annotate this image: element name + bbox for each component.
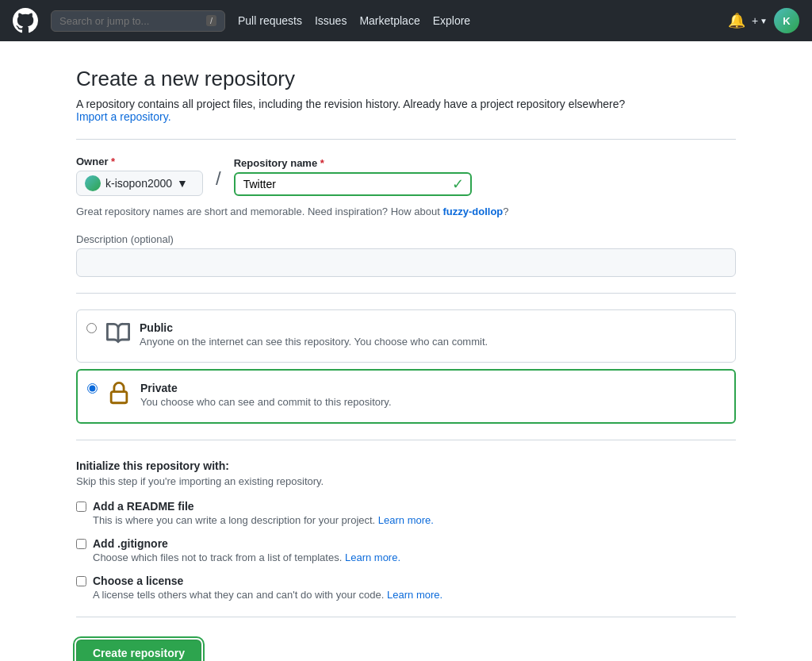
gitignore-desc: Choose which files not to track from a l… [93, 551, 400, 563]
owner-chevron-icon: ▼ [177, 177, 188, 190]
gitignore-checkbox[interactable] [76, 539, 86, 549]
page-subtitle: A repository contains all project files,… [76, 98, 736, 123]
nav-explore[interactable]: Explore [433, 14, 470, 27]
import-repo-link[interactable]: Import a repository. [76, 110, 171, 123]
public-desc: Anyone on the internet can see this repo… [140, 336, 488, 348]
public-radio[interactable] [86, 323, 97, 333]
private-radio[interactable] [87, 383, 98, 394]
private-option[interactable]: Private You choose who can see and commi… [76, 369, 736, 424]
owner-avatar-icon [85, 175, 101, 191]
divider-4 [76, 617, 736, 617]
separator: / [216, 167, 221, 196]
gitignore-option: Add .gitignore Choose which files not to… [76, 537, 736, 563]
init-title: Initialize this repository with: [76, 459, 736, 472]
repo-name-label: Repository name * [234, 157, 472, 169]
page-title: Create a new repository [76, 67, 736, 91]
private-title: Private [140, 382, 392, 394]
initialize-section: Initialize this repository with: Skip th… [76, 459, 736, 601]
create-menu-button[interactable]: + ▼ [752, 14, 768, 27]
avatar[interactable]: K [774, 8, 799, 33]
github-logo-icon[interactable] [13, 8, 38, 33]
owner-label: Owner * [76, 156, 203, 167]
search-bar[interactable]: / [51, 10, 225, 32]
divider-3 [76, 440, 736, 440]
book-icon [106, 321, 130, 351]
owner-select[interactable]: k-isopon2000 ▼ [76, 171, 203, 196]
public-title: Public [140, 321, 488, 334]
readme-learn-more[interactable]: Learn more. [378, 514, 434, 526]
visibility-section: Public Anyone on the internet can see th… [76, 309, 736, 424]
navbar-right: 🔔 + ▼ K [728, 8, 799, 33]
main-content: Create a new repository A repository con… [57, 41, 755, 661]
license-title: Choose a license [93, 575, 442, 587]
owner-group: Owner * k-isopon2000 ▼ [76, 156, 203, 196]
readme-title: Add a README file [93, 500, 434, 513]
suggestion-text: Great repository names are short and mem… [76, 206, 736, 217]
readme-checkbox[interactable] [76, 502, 86, 512]
private-desc: You choose who can see and commit to thi… [140, 396, 392, 408]
repo-name-valid-icon: ✓ [452, 175, 464, 193]
divider-1 [76, 139, 736, 140]
readme-option: Add a README file This is where you can … [76, 500, 736, 526]
private-content: Private You choose who can see and commi… [140, 382, 392, 408]
readme-desc: This is where you can write a long descr… [93, 514, 434, 526]
description-group: Description (optional) [76, 233, 736, 277]
navbar: / Pull requests Issues Marketplace Explo… [0, 0, 812, 41]
nav-links: Pull requests Issues Marketplace Explore [238, 14, 470, 27]
description-label: Description (optional) [76, 233, 736, 245]
readme-label[interactable]: Add a README file This is where you can … [76, 500, 736, 526]
license-learn-more[interactable]: Learn more. [387, 589, 442, 601]
nav-issues[interactable]: Issues [315, 14, 347, 27]
public-option[interactable]: Public Anyone on the internet can see th… [76, 309, 736, 363]
repo-name-wrapper: ✓ [234, 172, 472, 196]
divider-2 [76, 293, 736, 294]
public-content: Public Anyone on the internet can see th… [140, 321, 488, 348]
license-desc: A license tells others what they can and… [93, 589, 442, 601]
nav-pull-requests[interactable]: Pull requests [238, 14, 302, 27]
license-label[interactable]: Choose a license A license tells others … [76, 575, 736, 601]
lock-icon [107, 382, 131, 411]
suggestion-link[interactable]: fuzzy-dollop [442, 206, 503, 217]
search-input[interactable] [59, 15, 200, 27]
create-repository-button[interactable]: Create repository [76, 640, 201, 661]
submit-section: Create repository [76, 640, 736, 661]
license-option: Choose a license A license tells others … [76, 575, 736, 601]
repo-name-group: Repository name * ✓ [234, 157, 472, 196]
repo-name-input[interactable] [234, 172, 472, 196]
owner-value: k-isopon2000 [105, 177, 172, 190]
description-input[interactable] [76, 248, 736, 277]
license-checkbox[interactable] [76, 576, 86, 586]
init-subtitle: Skip this step if you're importing an ex… [76, 475, 736, 487]
owner-repo-row: Owner * k-isopon2000 ▼ / Repository name… [76, 156, 736, 196]
gitignore-learn-more[interactable]: Learn more. [345, 551, 400, 563]
gitignore-label[interactable]: Add .gitignore Choose which files not to… [76, 537, 736, 563]
nav-marketplace[interactable]: Marketplace [359, 14, 419, 27]
gitignore-title: Add .gitignore [93, 537, 400, 550]
bell-icon[interactable]: 🔔 [728, 12, 745, 29]
search-slash-icon: / [206, 15, 216, 26]
